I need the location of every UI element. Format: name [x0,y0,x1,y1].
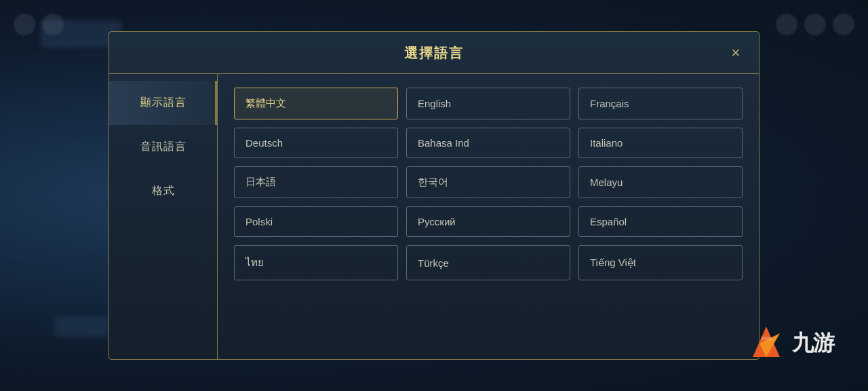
lang-btn-vi[interactable]: Tiếng Việt [578,245,743,280]
lang-btn-pl[interactable]: Polski [234,206,398,237]
lang-btn-id[interactable]: Bahasa Ind [406,128,570,158]
lang-btn-it[interactable]: Italiano [578,128,743,158]
top-right-icons [776,14,854,35]
sidebar-item-display-lang[interactable]: 顯示語言 [109,81,217,125]
lang-btn-ru[interactable]: Русский [406,206,570,237]
top-left-icons [14,14,64,35]
lang-row-0: 繁體中文 English Français [234,88,743,119]
lang-btn-ms[interactable]: Melayu [578,166,743,198]
lang-btn-en[interactable]: English [406,88,570,119]
lang-btn-de[interactable]: Deutsch [234,128,398,158]
bg-decoration-2 [54,316,108,337]
lang-btn-es[interactable]: Español [578,206,743,237]
close-button[interactable]: × [726,43,745,62]
lang-row-3: Polski Русский Español [234,206,743,237]
jiuyou-logo-icon [746,323,787,364]
sidebar-item-format[interactable]: 格式 [109,169,217,213]
lang-row-4: ไทย Türkçe Tiếng Việt [234,245,743,280]
dialog-title: 選擇語言 [404,44,464,62]
watermark: 九游 [746,323,834,364]
dialog-body: 顯示語言 音訊語言 格式 繁體中文 English Français Deuts… [109,74,759,359]
lang-row-2: 日本語 한국어 Melayu [234,166,743,198]
dialog-header: 選擇語言 × [109,32,759,74]
sidebar-item-audio-lang[interactable]: 音訊語言 [109,125,217,169]
lang-btn-tr[interactable]: Türkçe [406,245,570,280]
svg-rect-2 [761,337,772,340]
lang-row-1: Deutsch Bahasa Ind Italiano [234,128,743,158]
jiuyou-logo-text: 九游 [792,329,834,358]
lang-btn-fr[interactable]: Français [578,88,743,119]
lang-btn-th[interactable]: ไทย [234,245,398,280]
lang-btn-zh-tw[interactable]: 繁體中文 [234,88,398,119]
language-grid: 繁體中文 English Français Deutsch Bahasa Ind… [218,74,759,359]
language-dialog: 選擇語言 × 顯示語言 音訊語言 格式 繁體中文 English Françai… [108,31,760,360]
lang-btn-ko[interactable]: 한국어 [406,166,570,198]
sidebar: 顯示語言 音訊語言 格式 [109,74,218,359]
lang-btn-ja[interactable]: 日本語 [234,166,398,198]
